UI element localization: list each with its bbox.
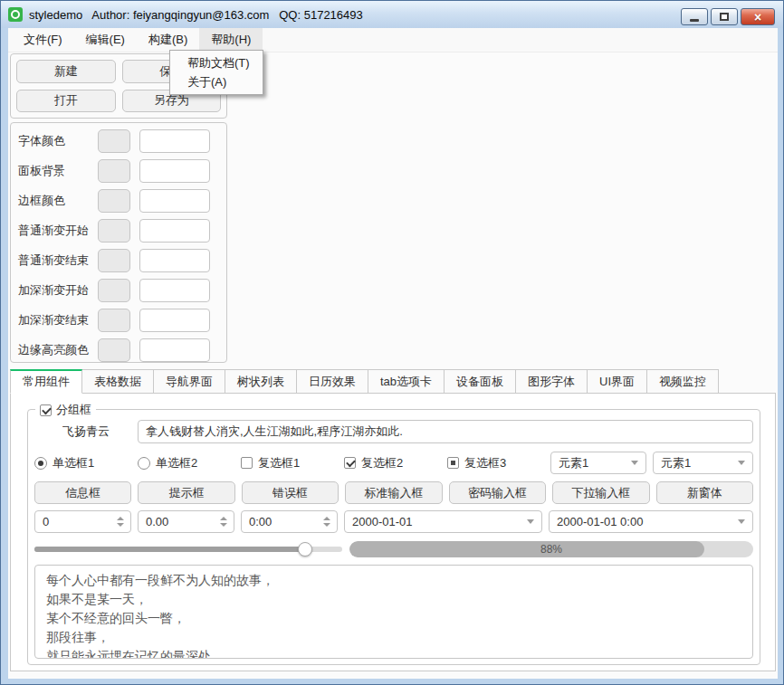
standard-input-button[interactable]: 标准输入框: [345, 481, 442, 504]
color-value-input[interactable]: [139, 279, 210, 302]
spin-up-icon[interactable]: [117, 517, 124, 520]
tab-ui[interactable]: UI界面: [587, 369, 647, 394]
color-value-input[interactable]: [139, 129, 210, 153]
color-swatch-button[interactable]: [98, 338, 130, 362]
tab-common-widgets[interactable]: 常用组件: [10, 369, 82, 394]
int-spinbox[interactable]: 0: [34, 510, 131, 533]
groupbox: 分组框 飞扬青云 单选框1: [27, 409, 760, 665]
date-edit[interactable]: 2000-01-01: [344, 510, 542, 533]
tab-table-data[interactable]: 表格数据: [81, 369, 154, 394]
color-swatch-button[interactable]: [98, 159, 130, 183]
datetime-edit[interactable]: 2000-01-01 0:00: [549, 510, 753, 533]
checkbox-1[interactable]: 复选框1: [241, 455, 344, 471]
spin-up-icon[interactable]: [220, 517, 227, 520]
combobox-1[interactable]: 元素1: [550, 452, 646, 474]
password-input-button[interactable]: 密码输入框: [449, 481, 546, 504]
color-row-dark-grad-end: 加深渐变结束: [18, 309, 226, 332]
spin-arrows: [323, 511, 330, 532]
new-button[interactable]: 新建: [16, 60, 116, 83]
chevron-down-icon: [738, 461, 745, 465]
color-label: 普通渐变开始: [18, 223, 98, 239]
color-swatch-button[interactable]: [98, 279, 130, 302]
color-swatch-button[interactable]: [98, 309, 130, 332]
slider-handle[interactable]: [298, 542, 312, 557]
radio-label: 单选框1: [53, 455, 94, 471]
app-icon: [8, 7, 23, 22]
checkbox-2[interactable]: 复选框2: [344, 455, 447, 471]
color-row-normal-grad-end: 普通渐变结束: [18, 249, 226, 272]
maximize-button[interactable]: [711, 8, 738, 25]
new-window-button[interactable]: 新窗体: [656, 481, 753, 504]
minimize-icon: [690, 19, 699, 22]
window-controls: ×: [681, 8, 775, 25]
name-input[interactable]: [138, 420, 753, 443]
dropdown-input-button[interactable]: 下拉输入框: [552, 481, 649, 504]
menu-file[interactable]: 文件(F): [12, 28, 74, 52]
time-spinbox[interactable]: 0:00: [241, 510, 338, 533]
minimize-button[interactable]: [681, 8, 708, 25]
color-swatch-button[interactable]: [98, 189, 130, 213]
menubar: 文件(F) 编辑(E) 构建(B) 帮助(H): [8, 28, 778, 52]
checkbox-3[interactable]: 复选框3: [447, 455, 550, 471]
double-spinbox[interactable]: 0.00: [138, 510, 234, 533]
radio-1[interactable]: 单选框1: [34, 455, 138, 471]
checkbox-unchecked-icon: [241, 457, 253, 469]
color-label: 边框颜色: [18, 193, 98, 209]
color-row-edge-highlight: 边缘高亮颜色: [18, 338, 226, 362]
slider-progress-row: 88%: [34, 541, 753, 557]
color-value-input[interactable]: [139, 189, 210, 213]
datetime-value: 2000-01-01 0:00: [557, 515, 643, 528]
tab-tab-control[interactable]: tab选项卡: [368, 369, 445, 394]
color-value-input[interactable]: [139, 159, 210, 183]
radio-2[interactable]: 单选框2: [138, 455, 241, 471]
tab-calendar[interactable]: 日历效果: [296, 369, 368, 394]
color-settings-group: 字体颜色 面板背景 边框颜色 普通渐变开始 普通渐变结束: [10, 122, 227, 363]
menu-build[interactable]: 构建(B): [137, 28, 199, 52]
open-button[interactable]: 打开: [16, 90, 116, 113]
close-button[interactable]: ×: [741, 8, 775, 25]
color-label: 边缘高亮颜色: [18, 342, 98, 358]
menu-edit[interactable]: 编辑(E): [74, 28, 137, 52]
color-label: 字体颜色: [18, 133, 98, 149]
name-row: 飞扬青云: [34, 420, 753, 443]
app-window: styledemo Author: feiyangqingyun@163.com…: [0, 0, 784, 685]
tab-video-monitor[interactable]: 视频监控: [646, 369, 719, 394]
tab-page-common-widgets: 分组框 飞扬青云 单选框1: [10, 393, 776, 671]
color-swatch-button[interactable]: [98, 129, 130, 153]
spin-down-icon[interactable]: [323, 523, 330, 527]
error-box-button[interactable]: 错误框: [242, 481, 339, 504]
spin-down-icon[interactable]: [220, 523, 227, 527]
spin-arrows: [220, 511, 227, 532]
chevron-down-icon: [527, 519, 534, 524]
color-value-input[interactable]: [139, 338, 210, 362]
checkbox-checked-icon: [344, 457, 356, 469]
chevron-down-icon: [631, 461, 638, 465]
color-swatch-button[interactable]: [98, 219, 130, 243]
menu-help[interactable]: 帮助(H): [199, 28, 263, 52]
color-label: 加深渐变结束: [18, 312, 98, 328]
color-row-font: 字体颜色: [18, 129, 226, 153]
combobox-2[interactable]: 元素1: [653, 452, 753, 474]
color-value-input[interactable]: [139, 249, 210, 272]
spin-down-icon[interactable]: [117, 523, 124, 527]
checkbox-partial-icon: [447, 457, 459, 469]
tip-box-button[interactable]: 提示框: [138, 481, 234, 504]
color-value-input[interactable]: [139, 309, 210, 332]
color-swatch-button[interactable]: [98, 249, 130, 272]
story-textarea[interactable]: 每个人心中都有一段鲜不为人知的故事， 如果不是某一天， 某个不经意的回头一瞥， …: [34, 565, 753, 659]
radio-label: 单选框2: [156, 455, 197, 471]
tab-tree-list[interactable]: 树状列表: [225, 369, 297, 394]
checkbox-label: 复选框3: [464, 455, 506, 471]
menu-item-about[interactable]: 关于(A): [170, 72, 263, 91]
spin-up-icon[interactable]: [323, 517, 330, 520]
groupbox-content: 飞扬青云 单选框1 单选框2: [28, 410, 760, 664]
color-row-border: 边框颜色: [18, 189, 226, 213]
tab-graph-font[interactable]: 图形字体: [515, 369, 588, 394]
tab-device-panel[interactable]: 设备面板: [444, 369, 516, 394]
color-value-input[interactable]: [139, 219, 210, 243]
info-box-button[interactable]: 信息框: [34, 481, 131, 504]
menu-item-help-doc[interactable]: 帮助文档(T): [170, 53, 263, 72]
tab-nav-ui[interactable]: 导航界面: [153, 369, 225, 394]
controls-row: 单选框1 单选框2 复选框1 复选框2: [34, 452, 753, 474]
slider[interactable]: [34, 541, 342, 557]
